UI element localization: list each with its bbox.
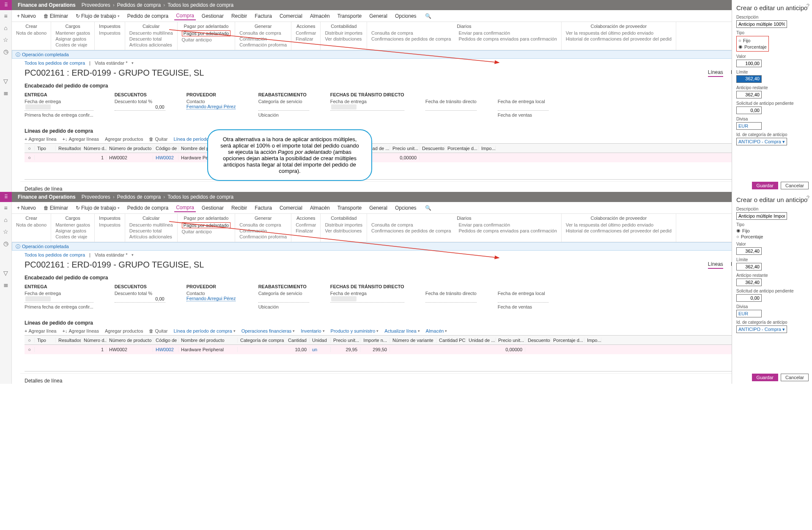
- app-launcher-icon[interactable]: ⠿: [0, 192, 12, 202]
- tab-recibir[interactable]: Recibir: [230, 12, 249, 20]
- tab-comercial[interactable]: Comercial: [278, 12, 304, 20]
- date-input[interactable]: [25, 104, 93, 111]
- description-input[interactable]: [736, 20, 787, 28]
- app-launcher-icon[interactable]: ⠿: [0, 0, 12, 10]
- ribbon-link[interactable]: Asignar gastos: [55, 36, 90, 41]
- breadcrumb-item[interactable]: Proveedores: [82, 2, 110, 8]
- view-label[interactable]: Vista estándar *: [95, 60, 127, 66]
- help-icon[interactable]: ?: [807, 3, 809, 9]
- discount-input[interactable]: 0,00: [115, 104, 165, 111]
- search-icon[interactable]: 🔍: [425, 205, 431, 211]
- breadcrumb-item[interactable]: Todos los pedidos de compra: [167, 194, 233, 200]
- tab-almacen[interactable]: Almacén: [308, 204, 332, 212]
- new-button[interactable]: +Nuevo: [15, 204, 38, 212]
- ribbon-link[interactable]: Consulta de compra: [371, 30, 451, 36]
- valor-input[interactable]: [736, 60, 762, 67]
- description-input[interactable]: [736, 212, 787, 220]
- tab-compra[interactable]: Compra: [174, 204, 196, 212]
- ribbon-link[interactable]: Pedidos de compra enviados para confirma…: [458, 36, 557, 41]
- remove-button[interactable]: 🗑 Quitar: [149, 137, 167, 142]
- solicitud-input[interactable]: [736, 107, 762, 114]
- help-icon[interactable]: ?: [807, 194, 809, 201]
- tab-general[interactable]: General: [368, 12, 389, 20]
- workflow-button[interactable]: ↻Flujo de trabajo▾: [74, 204, 121, 212]
- new-button[interactable]: +Nuevo: [15, 12, 38, 20]
- list-icon[interactable]: ≣: [3, 90, 9, 96]
- breadcrumb-item[interactable]: Pedidos de compra: [117, 2, 161, 8]
- search-icon[interactable]: 🔍: [425, 13, 431, 19]
- valor-input[interactable]: [736, 247, 762, 255]
- tab-factura[interactable]: Factura: [253, 204, 274, 212]
- cancel-button[interactable]: Cancelar: [781, 182, 809, 189]
- table-row[interactable]: ○ 1 HW0002 HW0002 Hardware Peripheral 0,…: [25, 153, 808, 162]
- row-selector[interactable]: ○: [25, 155, 35, 160]
- workflow-button[interactable]: ↻Flujo de trabajo▾: [74, 12, 121, 20]
- limite-input[interactable]: 362,40: [736, 75, 762, 83]
- ribbon-link[interactable]: Finalizar: [296, 36, 316, 41]
- breadcrumb-item[interactable]: Pedidos de compra: [117, 194, 161, 200]
- code-link[interactable]: HW0002: [153, 155, 178, 160]
- ribbon-link[interactable]: Descuento total: [129, 36, 173, 41]
- ribbon-link[interactable]: Confirmaciones de pedidos de compra: [371, 36, 451, 41]
- clock-icon[interactable]: ◷: [3, 240, 9, 247]
- filter-icon[interactable]: ▽: [3, 270, 9, 276]
- divisa-input[interactable]: [736, 122, 762, 130]
- ribbon-link[interactable]: Quitar anticipo: [182, 37, 231, 42]
- clock-icon[interactable]: ◷: [3, 48, 9, 55]
- table-row[interactable]: ○ 1 HW0002 HW0002 Hardware Peripheral 10…: [25, 345, 808, 354]
- add-line-button[interactable]: + Agregar línea: [25, 137, 56, 142]
- ribbon-link[interactable]: Impuestos: [99, 30, 121, 36]
- breadcrumb-item[interactable]: Todos los pedidos de compra: [167, 2, 233, 8]
- ribbon-link[interactable]: Confirmación: [239, 36, 287, 41]
- star-icon[interactable]: ☆: [3, 228, 9, 235]
- ribbon-link[interactable]: Distribuir importes: [325, 30, 362, 36]
- ribbon-link[interactable]: Ver la respuesta del último pedido envia…: [566, 30, 672, 36]
- select-all[interactable]: ○: [25, 146, 35, 151]
- tab-transporte[interactable]: Transporte: [336, 12, 364, 20]
- col-header[interactable]: Porcentaje d...: [445, 146, 479, 151]
- delete-button[interactable]: 🗑Eliminar: [42, 204, 70, 212]
- radio-fijo[interactable]: ○: [738, 38, 741, 43]
- radio-fijo[interactable]: ◉: [736, 228, 741, 233]
- tab-almacen[interactable]: Almacén: [308, 12, 332, 20]
- category-input[interactable]: [258, 104, 309, 111]
- all-orders-link[interactable]: Todos los pedidos de compra: [25, 252, 85, 257]
- tab-factura[interactable]: Factura: [253, 12, 274, 20]
- star-icon[interactable]: ☆: [3, 36, 9, 43]
- divisa-input[interactable]: [736, 310, 762, 317]
- ribbon-link[interactable]: Historial de confirmaciones del proveedo…: [566, 36, 672, 41]
- ribbon-link[interactable]: Enviar para confirmación: [458, 30, 557, 36]
- menu-icon[interactable]: ≡: [3, 13, 9, 19]
- col-header[interactable]: Número de producto: [107, 146, 153, 151]
- save-button[interactable]: Guardar: [752, 182, 778, 189]
- radio-porcentaje[interactable]: ◉: [738, 44, 743, 49]
- home-icon[interactable]: ⌂: [3, 25, 9, 31]
- home-icon[interactable]: ⌂: [3, 216, 9, 223]
- tab-transporte[interactable]: Transporte: [336, 204, 364, 212]
- ribbon-link[interactable]: Ver distribuciones: [325, 36, 362, 41]
- ribbon-link[interactable]: Descuento multilínea: [129, 30, 173, 36]
- ribbon-link[interactable]: Confirmación proforma: [239, 42, 287, 47]
- tab-pedido-compra[interactable]: Pedido de compra: [126, 12, 170, 20]
- col-header[interactable]: Descuento: [420, 146, 445, 151]
- list-icon[interactable]: ≣: [3, 281, 9, 288]
- category-dropdown[interactable]: ANTICIPO - Compra▾: [736, 138, 787, 145]
- add-products-button[interactable]: Agregar productos: [105, 137, 143, 142]
- ribbon-link[interactable]: Confirmar: [296, 30, 316, 36]
- ribbon-link[interactable]: Artículos adicionales: [129, 42, 173, 47]
- solicitud-input[interactable]: [736, 294, 762, 302]
- ribbon-link[interactable]: Mantener gastos: [55, 30, 90, 36]
- filter-icon[interactable]: ▽: [3, 78, 9, 85]
- tab-gestionar[interactable]: Gestionar: [200, 204, 225, 212]
- contact-link[interactable]: Fernando Arregui Pérez: [187, 104, 236, 109]
- col-header[interactable]: Precio unit...: [390, 146, 420, 151]
- ribbon-link[interactable]: Consulta de compra: [239, 30, 287, 36]
- radio-porcentaje[interactable]: ○: [736, 234, 739, 239]
- tab-opciones[interactable]: Opciones: [393, 12, 418, 20]
- pagos-por-adelantado-link[interactable]: Pagos por adelantado: [182, 30, 231, 36]
- tab-pedido-compra[interactable]: Pedido de compra: [126, 204, 170, 212]
- save-button[interactable]: Guardar: [752, 374, 778, 381]
- tab-compra[interactable]: Compra: [174, 12, 196, 20]
- col-header[interactable]: Tipo: [35, 146, 56, 151]
- date-input[interactable]: [330, 104, 404, 111]
